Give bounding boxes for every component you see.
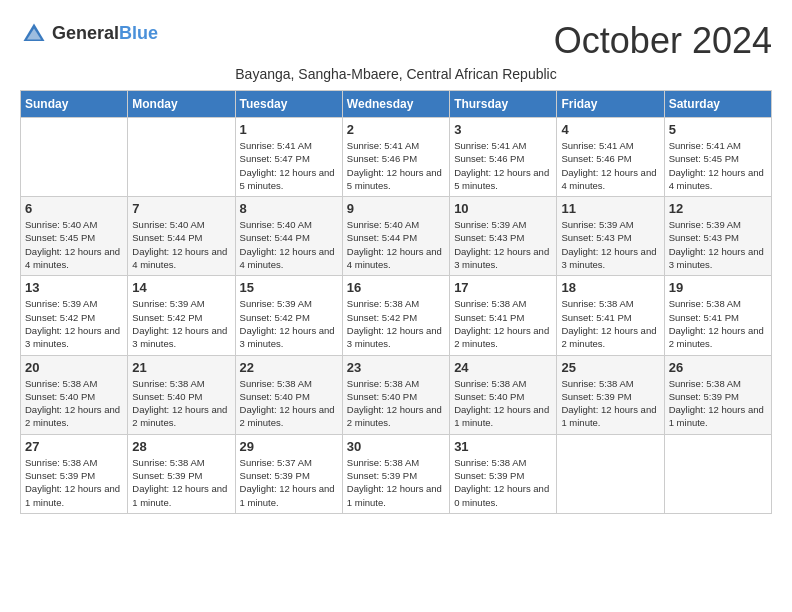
day-details: Sunrise: 5:38 AMSunset: 5:41 PMDaylight:…	[561, 297, 659, 350]
day-details: Sunrise: 5:38 AMSunset: 5:40 PMDaylight:…	[132, 377, 230, 430]
month-year: October 2024	[554, 20, 772, 62]
day-details: Sunrise: 5:39 AMSunset: 5:42 PMDaylight:…	[240, 297, 338, 350]
calendar-cell: 13Sunrise: 5:39 AMSunset: 5:42 PMDayligh…	[21, 276, 128, 355]
weekday-header-cell: Sunday	[21, 91, 128, 118]
day-details: Sunrise: 5:41 AMSunset: 5:46 PMDaylight:…	[454, 139, 552, 192]
calendar-cell: 16Sunrise: 5:38 AMSunset: 5:42 PMDayligh…	[342, 276, 449, 355]
day-number: 9	[347, 201, 445, 216]
calendar-cell: 22Sunrise: 5:38 AMSunset: 5:40 PMDayligh…	[235, 355, 342, 434]
day-details: Sunrise: 5:40 AMSunset: 5:45 PMDaylight:…	[25, 218, 123, 271]
day-details: Sunrise: 5:39 AMSunset: 5:43 PMDaylight:…	[561, 218, 659, 271]
weekday-header-cell: Tuesday	[235, 91, 342, 118]
logo-text-general: General	[52, 24, 119, 44]
day-details: Sunrise: 5:38 AMSunset: 5:42 PMDaylight:…	[347, 297, 445, 350]
weekday-header-cell: Monday	[128, 91, 235, 118]
calendar-cell: 10Sunrise: 5:39 AMSunset: 5:43 PMDayligh…	[450, 197, 557, 276]
calendar-cell: 17Sunrise: 5:38 AMSunset: 5:41 PMDayligh…	[450, 276, 557, 355]
day-details: Sunrise: 5:41 AMSunset: 5:46 PMDaylight:…	[561, 139, 659, 192]
title-section: October 2024	[554, 20, 772, 62]
day-number: 11	[561, 201, 659, 216]
calendar-cell	[557, 434, 664, 513]
day-number: 10	[454, 201, 552, 216]
day-details: Sunrise: 5:38 AMSunset: 5:40 PMDaylight:…	[454, 377, 552, 430]
weekday-header-cell: Saturday	[664, 91, 771, 118]
day-number: 17	[454, 280, 552, 295]
day-details: Sunrise: 5:40 AMSunset: 5:44 PMDaylight:…	[240, 218, 338, 271]
day-number: 21	[132, 360, 230, 375]
calendar-cell	[21, 118, 128, 197]
weekday-header-cell: Thursday	[450, 91, 557, 118]
day-number: 28	[132, 439, 230, 454]
day-number: 5	[669, 122, 767, 137]
day-number: 22	[240, 360, 338, 375]
calendar-cell: 28Sunrise: 5:38 AMSunset: 5:39 PMDayligh…	[128, 434, 235, 513]
weekday-header-cell: Friday	[557, 91, 664, 118]
day-details: Sunrise: 5:38 AMSunset: 5:39 PMDaylight:…	[561, 377, 659, 430]
day-details: Sunrise: 5:38 AMSunset: 5:39 PMDaylight:…	[669, 377, 767, 430]
day-number: 3	[454, 122, 552, 137]
day-details: Sunrise: 5:38 AMSunset: 5:40 PMDaylight:…	[240, 377, 338, 430]
day-number: 29	[240, 439, 338, 454]
calendar-cell: 15Sunrise: 5:39 AMSunset: 5:42 PMDayligh…	[235, 276, 342, 355]
calendar-cell: 20Sunrise: 5:38 AMSunset: 5:40 PMDayligh…	[21, 355, 128, 434]
calendar-week-row: 27Sunrise: 5:38 AMSunset: 5:39 PMDayligh…	[21, 434, 772, 513]
day-number: 1	[240, 122, 338, 137]
day-details: Sunrise: 5:39 AMSunset: 5:42 PMDaylight:…	[132, 297, 230, 350]
day-details: Sunrise: 5:38 AMSunset: 5:39 PMDaylight:…	[347, 456, 445, 509]
day-details: Sunrise: 5:37 AMSunset: 5:39 PMDaylight:…	[240, 456, 338, 509]
day-details: Sunrise: 5:41 AMSunset: 5:47 PMDaylight:…	[240, 139, 338, 192]
day-number: 15	[240, 280, 338, 295]
calendar-cell: 14Sunrise: 5:39 AMSunset: 5:42 PMDayligh…	[128, 276, 235, 355]
day-details: Sunrise: 5:38 AMSunset: 5:41 PMDaylight:…	[669, 297, 767, 350]
calendar-cell: 27Sunrise: 5:38 AMSunset: 5:39 PMDayligh…	[21, 434, 128, 513]
day-number: 4	[561, 122, 659, 137]
calendar-cell	[128, 118, 235, 197]
logo-text-blue: Blue	[119, 24, 158, 44]
day-details: Sunrise: 5:39 AMSunset: 5:42 PMDaylight:…	[25, 297, 123, 350]
calendar-cell: 24Sunrise: 5:38 AMSunset: 5:40 PMDayligh…	[450, 355, 557, 434]
location: Bayanga, Sangha-Mbaere, Central African …	[20, 66, 772, 82]
calendar-cell: 8Sunrise: 5:40 AMSunset: 5:44 PMDaylight…	[235, 197, 342, 276]
day-details: Sunrise: 5:38 AMSunset: 5:39 PMDaylight:…	[132, 456, 230, 509]
calendar-cell: 1Sunrise: 5:41 AMSunset: 5:47 PMDaylight…	[235, 118, 342, 197]
day-details: Sunrise: 5:40 AMSunset: 5:44 PMDaylight:…	[132, 218, 230, 271]
calendar-cell: 23Sunrise: 5:38 AMSunset: 5:40 PMDayligh…	[342, 355, 449, 434]
calendar-cell: 3Sunrise: 5:41 AMSunset: 5:46 PMDaylight…	[450, 118, 557, 197]
calendar-cell: 19Sunrise: 5:38 AMSunset: 5:41 PMDayligh…	[664, 276, 771, 355]
day-details: Sunrise: 5:38 AMSunset: 5:41 PMDaylight:…	[454, 297, 552, 350]
day-number: 12	[669, 201, 767, 216]
day-details: Sunrise: 5:40 AMSunset: 5:44 PMDaylight:…	[347, 218, 445, 271]
day-number: 16	[347, 280, 445, 295]
day-number: 30	[347, 439, 445, 454]
day-details: Sunrise: 5:41 AMSunset: 5:46 PMDaylight:…	[347, 139, 445, 192]
calendar-week-row: 6Sunrise: 5:40 AMSunset: 5:45 PMDaylight…	[21, 197, 772, 276]
calendar-cell: 30Sunrise: 5:38 AMSunset: 5:39 PMDayligh…	[342, 434, 449, 513]
calendar-week-row: 20Sunrise: 5:38 AMSunset: 5:40 PMDayligh…	[21, 355, 772, 434]
calendar-cell: 31Sunrise: 5:38 AMSunset: 5:39 PMDayligh…	[450, 434, 557, 513]
calendar-table: SundayMondayTuesdayWednesdayThursdayFrid…	[20, 90, 772, 514]
calendar-cell: 11Sunrise: 5:39 AMSunset: 5:43 PMDayligh…	[557, 197, 664, 276]
day-number: 18	[561, 280, 659, 295]
logo: General Blue	[20, 20, 158, 48]
calendar-cell: 5Sunrise: 5:41 AMSunset: 5:45 PMDaylight…	[664, 118, 771, 197]
day-details: Sunrise: 5:39 AMSunset: 5:43 PMDaylight:…	[669, 218, 767, 271]
day-number: 14	[132, 280, 230, 295]
calendar-week-row: 13Sunrise: 5:39 AMSunset: 5:42 PMDayligh…	[21, 276, 772, 355]
calendar-cell: 7Sunrise: 5:40 AMSunset: 5:44 PMDaylight…	[128, 197, 235, 276]
day-number: 2	[347, 122, 445, 137]
day-number: 27	[25, 439, 123, 454]
day-number: 26	[669, 360, 767, 375]
day-details: Sunrise: 5:38 AMSunset: 5:40 PMDaylight:…	[25, 377, 123, 430]
day-details: Sunrise: 5:38 AMSunset: 5:39 PMDaylight:…	[454, 456, 552, 509]
weekday-header-row: SundayMondayTuesdayWednesdayThursdayFrid…	[21, 91, 772, 118]
day-number: 24	[454, 360, 552, 375]
day-number: 19	[669, 280, 767, 295]
day-number: 8	[240, 201, 338, 216]
day-number: 25	[561, 360, 659, 375]
calendar-cell: 12Sunrise: 5:39 AMSunset: 5:43 PMDayligh…	[664, 197, 771, 276]
calendar-cell: 21Sunrise: 5:38 AMSunset: 5:40 PMDayligh…	[128, 355, 235, 434]
day-details: Sunrise: 5:41 AMSunset: 5:45 PMDaylight:…	[669, 139, 767, 192]
calendar-cell: 9Sunrise: 5:40 AMSunset: 5:44 PMDaylight…	[342, 197, 449, 276]
calendar-cell: 29Sunrise: 5:37 AMSunset: 5:39 PMDayligh…	[235, 434, 342, 513]
calendar-cell: 25Sunrise: 5:38 AMSunset: 5:39 PMDayligh…	[557, 355, 664, 434]
